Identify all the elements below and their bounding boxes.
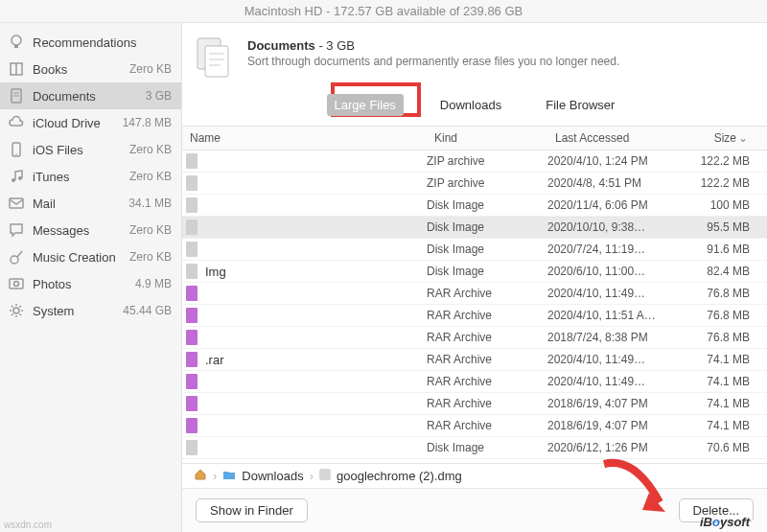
svg-rect-28 (186, 330, 198, 345)
svg-point-0 (12, 35, 21, 45)
sidebar-item-size: 34.1 MB (128, 197, 172, 210)
watermark-logo: iBoysoft (700, 507, 750, 532)
col-size[interactable]: Size (682, 127, 767, 150)
sidebar-item-photos[interactable]: Photos4.9 MB (0, 270, 181, 297)
file-kind: Disk Image (427, 265, 547, 278)
file-last-accessed: 2020/7/24, 11:19… (547, 243, 682, 256)
svg-line-11 (17, 251, 22, 257)
col-kind[interactable]: Kind (427, 127, 547, 150)
file-icon (184, 306, 199, 325)
sidebar-item-label: iCloud Drive (33, 116, 115, 130)
sidebar-item-size: Zero KB (129, 62, 172, 76)
table-row[interactable]: Disk Image2020/10/10, 9:38…95.5 MB (182, 217, 767, 239)
file-icon (184, 284, 199, 303)
sidebar-item-itunes[interactable]: iTunesZero KB (0, 163, 181, 190)
breadcrumb-file: googlechrome (2).dmg (337, 469, 462, 483)
sidebar-item-recommendations[interactable]: Recommendations (0, 29, 181, 56)
svg-rect-1 (14, 45, 18, 48)
file-icon (184, 394, 199, 413)
svg-point-6 (15, 153, 17, 155)
table-row[interactable]: RAR Archive2020/4/10, 11:51 A…76.8 MB (182, 305, 767, 327)
table-row[interactable]: RAR Archive2018/6/19, 4:07 PM74.1 MB (182, 393, 767, 415)
sidebar-item-mail[interactable]: Mail34.1 MB (0, 190, 181, 217)
sidebar-item-messages[interactable]: MessagesZero KB (0, 217, 181, 243)
file-icon (184, 196, 199, 215)
sidebar-item-size: 147.8 MB (123, 116, 172, 129)
breadcrumb: › Downloads › googlechrome (2).dmg (182, 463, 767, 488)
table-row[interactable]: RAR Archive2020/4/10, 11:49…76.8 MB (182, 283, 767, 305)
col-name[interactable]: Name (182, 127, 427, 150)
table-row[interactable]: .rarRAR Archive2020/4/10, 11:49…74.1 MB (182, 349, 767, 371)
col-last-accessed[interactable]: Last Accessed (547, 127, 682, 150)
sidebar: RecommendationsBooksZero KBDocuments3 GB… (0, 23, 182, 532)
table-row[interactable]: ZIP archive2020/4/10, 1:24 PM122.2 MB (182, 150, 767, 173)
photo-icon (8, 275, 25, 292)
table-row[interactable]: RAR Archive2020/4/10, 11:49…74.1 MB (182, 371, 767, 393)
file-icon (184, 328, 199, 347)
table-row[interactable]: RAR Archive2018/7/24, 8:38 PM76.8 MB (182, 327, 767, 349)
svg-rect-12 (10, 279, 23, 289)
file-kind: Disk Image (427, 198, 547, 212)
file-size: 74.1 MB (682, 419, 767, 432)
sidebar-item-ios-files[interactable]: iOS FilesZero KB (0, 136, 181, 163)
tab-file-browser[interactable]: File Browser (538, 94, 622, 116)
table-row[interactable]: ImgDisk Image2020/6/10, 11:00…82.4 MB (182, 261, 767, 283)
sidebar-item-label: Documents (33, 89, 138, 104)
svg-rect-22 (186, 197, 198, 213)
home-icon[interactable] (194, 469, 207, 483)
file-size: 74.1 MB (682, 375, 767, 388)
svg-rect-31 (186, 396, 198, 411)
chat-icon (8, 221, 25, 239)
svg-rect-32 (186, 418, 198, 433)
file-kind: Disk Image (427, 441, 547, 454)
breadcrumb-downloads[interactable]: Downloads (242, 469, 303, 483)
sidebar-item-music-creation[interactable]: Music CreationZero KB (0, 243, 181, 270)
sidebar-item-label: Mail (33, 197, 121, 211)
table-row[interactable]: RAR Archive2018/6/19, 4:07 PM74.1 MB (182, 415, 767, 437)
sidebar-item-size: Zero KB (129, 223, 172, 237)
tab-downloads[interactable]: Downloads (432, 94, 509, 116)
file-size: 76.8 MB (682, 287, 767, 300)
sidebar-item-books[interactable]: BooksZero KB (0, 56, 181, 82)
file-size: 95.5 MB (682, 220, 767, 234)
file-kind: RAR Archive (427, 353, 547, 366)
sidebar-item-icloud-drive[interactable]: iCloud Drive147.8 MB (0, 109, 181, 136)
file-last-accessed: 2018/7/24, 8:38 PM (547, 331, 682, 344)
phone-icon (8, 141, 25, 158)
file-icon (184, 416, 199, 435)
doc-icon (8, 87, 25, 104)
sidebar-item-label: iTunes (33, 170, 122, 184)
file-name: .rar (205, 353, 224, 367)
sidebar-item-size: Zero KB (129, 170, 172, 183)
folder-icon[interactable] (222, 469, 236, 483)
file-size: 70.6 MB (682, 441, 767, 454)
gear-icon (8, 302, 25, 319)
show-in-finder-button[interactable]: Show in Finder (196, 498, 308, 522)
book-icon (8, 60, 25, 78)
svg-rect-34 (319, 469, 331, 480)
table-row[interactable]: Disk Image2020/11/4, 6:06 PM100 MB (182, 195, 767, 217)
tab-large-files[interactable]: Large Files (327, 94, 404, 116)
file-last-accessed: 2020/4/8, 4:51 PM (547, 176, 682, 190)
svg-rect-23 (186, 220, 198, 235)
sidebar-item-size: Zero KB (129, 143, 172, 156)
page-title: Documents - 3 GB (247, 36, 619, 53)
table-row[interactable]: Disk Image2020/6/12, 1:26 PM70.6 MB (182, 437, 767, 459)
file-last-accessed: 2018/6/19, 4:07 PM (547, 419, 682, 432)
file-last-accessed: 2020/11/4, 6:06 PM (547, 198, 682, 212)
table-row[interactable]: Disk Image2020/7/24, 11:19…91.6 MB (182, 239, 767, 261)
svg-rect-9 (10, 198, 23, 208)
svg-rect-26 (186, 286, 198, 301)
lightbulb-icon (8, 34, 25, 51)
file-kind: RAR Archive (427, 375, 547, 388)
file-list: ZIP archive2020/4/10, 1:24 PM122.2 MBZIP… (182, 150, 767, 463)
file-icon (184, 262, 199, 281)
sidebar-item-size: Zero KB (129, 250, 172, 264)
table-row[interactable]: ZIP archive2020/4/8, 4:51 PM122.2 MB (182, 173, 767, 195)
sidebar-item-documents[interactable]: Documents3 GB (0, 82, 181, 109)
sidebar-item-system[interactable]: System45.44 GB (0, 297, 181, 324)
cloud-icon (8, 114, 25, 131)
file-kind: RAR Archive (427, 397, 547, 410)
file-size: 122.2 MB (682, 176, 767, 190)
svg-rect-24 (186, 242, 198, 257)
